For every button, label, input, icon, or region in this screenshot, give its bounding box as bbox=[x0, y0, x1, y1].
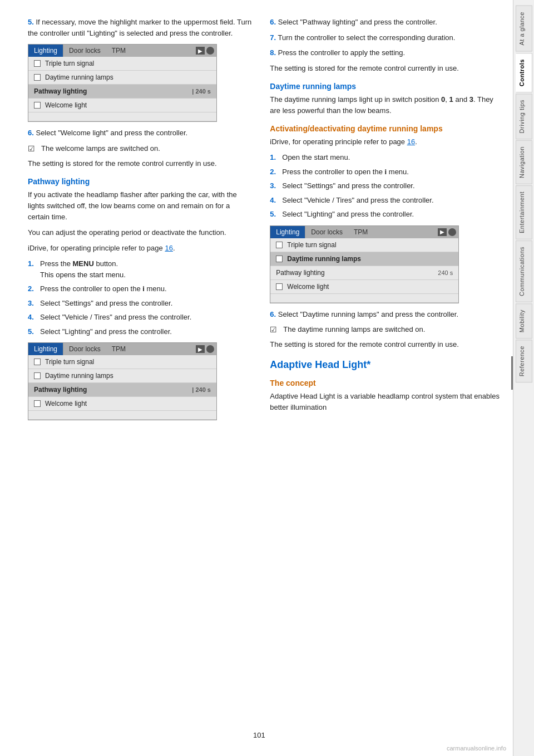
idrive-check-triple-3 bbox=[276, 242, 283, 248]
idrive-row-daytime-3: Daytime running lamps bbox=[270, 252, 458, 266]
step-8: 8. Press the controller to apply the set… bbox=[270, 47, 501, 58]
pathway-step-4: 4. Select "Vehicle / Tires" and press th… bbox=[28, 312, 253, 323]
daytime-step-1-num: 1. bbox=[270, 152, 279, 163]
sidebar-tab-controls[interactable]: Controls bbox=[516, 53, 532, 92]
idrive-menu-1: Lighting Door locks TPM ▶ Triple turn si… bbox=[28, 44, 217, 122]
pathway-step-1: 1. Press the MENU button.This opens the … bbox=[28, 258, 253, 280]
pathway-idrive-ref: iDrive, for operating principle refer to… bbox=[28, 243, 253, 254]
result-text-daytime: The daytime running lamps are switched o… bbox=[283, 324, 425, 335]
step-7-text: Turn the controller to select the corres… bbox=[278, 33, 456, 42]
idrive-dot-1 bbox=[206, 47, 214, 55]
idrive-controls-3: ▶ bbox=[438, 228, 458, 236]
sidebar-tabs: At a glance Controls Driving tips Naviga… bbox=[513, 0, 534, 756]
idrive-row-welcome-1: Welcome light bbox=[28, 99, 216, 112]
idrive-check-daytime-3 bbox=[276, 256, 283, 262]
idrive-label-triple-3: Triple turn signal bbox=[287, 241, 336, 249]
idrive-row-spacer-1 bbox=[28, 112, 216, 121]
right-column: 6. Select "Pathway lighting" and press t… bbox=[264, 17, 501, 739]
daytime-activating-heading: Activating/deactivating daytime running … bbox=[270, 124, 501, 133]
idrive-label-welcome-3: Welcome light bbox=[287, 283, 329, 291]
sidebar-tab-navigation[interactable]: Navigation bbox=[516, 140, 532, 184]
step-8-number: 8. bbox=[270, 48, 276, 57]
pathway-step-3: 3. Select "Settings" and press the contr… bbox=[28, 298, 253, 309]
daytime-step-3-num: 3. bbox=[270, 180, 279, 192]
sidebar-tab-at-a-glance[interactable]: At a glance bbox=[516, 6, 532, 52]
idrive-arrow-1: ▶ bbox=[196, 47, 205, 55]
idrive-value-pathway-2: | 240 s bbox=[192, 386, 211, 393]
pathway-steps: 1. Press the MENU button.This opens the … bbox=[28, 258, 253, 337]
pathway-step-5-text: Select "Lighting" and press the controll… bbox=[40, 326, 172, 337]
idrive-tab-tpm-2: TPM bbox=[106, 343, 131, 355]
step-8-text: Press the controller to apply the settin… bbox=[278, 48, 405, 57]
idrive-check-triple-2 bbox=[34, 359, 41, 365]
daytime-step-5-text: Select "Lighting" and press the controll… bbox=[282, 209, 414, 220]
daytime-step-4-num: 4. bbox=[270, 195, 279, 206]
idrive-controls-1: ▶ bbox=[196, 47, 216, 55]
daytime-step-2-text: Press the controller to open the i menu. bbox=[282, 166, 409, 178]
pathway-step-4-text: Select "Vehicle / Tires" and press the c… bbox=[40, 312, 191, 323]
idrive-row-spacer-3 bbox=[270, 294, 458, 303]
idrive-label-triple-1: Triple turn signal bbox=[45, 60, 94, 67]
checkmark-icon-daytime: ☑ bbox=[270, 324, 280, 336]
pathway-step-3-num: 3. bbox=[28, 298, 37, 309]
idrive-menu-1-body: Triple turn signal Daytime running lamps… bbox=[28, 57, 216, 121]
page-number: 101 bbox=[253, 731, 265, 739]
idrive-arrow-3: ▶ bbox=[438, 228, 447, 236]
idrive-label-triple-2: Triple turn signal bbox=[45, 358, 94, 366]
idrive-value-pathway-1: | 240 s bbox=[192, 88, 211, 95]
result-text-1: The welcome lamps are switched on. bbox=[41, 143, 160, 154]
idrive-label-welcome-1: Welcome light bbox=[45, 101, 87, 109]
idrive-check-daytime-2 bbox=[34, 372, 41, 379]
daytime-steps: 1. Open the start menu. 2. Press the con… bbox=[270, 152, 501, 220]
idrive-arrow-2: ▶ bbox=[196, 345, 205, 353]
idrive-check-welcome-2 bbox=[34, 400, 41, 407]
daytime-step-1-text: Open the start menu. bbox=[282, 152, 350, 163]
step-6-daytime-text: Select "Daytime running lamps" and press… bbox=[278, 310, 458, 318]
idrive-tab-lighting-1: Lighting bbox=[28, 45, 63, 57]
daytime-step-5: 5. Select "Lighting" and press the contr… bbox=[270, 209, 501, 220]
step-6-left: 6. Select "Welcome light" and press the … bbox=[28, 127, 253, 139]
sidebar-tab-communications[interactable]: Communications bbox=[516, 240, 532, 302]
idrive-row-welcome-2: Welcome light bbox=[28, 397, 216, 411]
sidebar-tab-reference[interactable]: Reference bbox=[516, 340, 532, 382]
step-6-right: 6. Select "Pathway lighting" and press t… bbox=[270, 17, 501, 28]
idrive-row-pathway-2: Pathway lighting | 240 s bbox=[28, 383, 216, 397]
pathway-step-5-num: 5. bbox=[28, 326, 37, 337]
step-5-number: 5. bbox=[28, 18, 34, 26]
daytime-step-4-text: Select "Vehicle / Tires" and press the c… bbox=[282, 195, 433, 206]
checkmark-icon-1: ☑ bbox=[28, 143, 38, 155]
step-7-number: 7. bbox=[270, 33, 276, 42]
sidebar-tab-driving-tips[interactable]: Driving tips bbox=[516, 94, 532, 139]
pathway-step-3-text: Select "Settings" and press the controll… bbox=[40, 298, 172, 309]
pathway-step-4-num: 4. bbox=[28, 312, 37, 323]
pathway-step-1-num: 1. bbox=[28, 258, 37, 280]
idrive-tab-doorlocks-2: Door locks bbox=[63, 343, 106, 355]
step-6-daytime-number: 6. bbox=[270, 310, 276, 318]
idrive-menu-3-header: Lighting Door locks TPM ▶ bbox=[270, 226, 458, 238]
pathway-page-link[interactable]: 16 bbox=[165, 244, 172, 252]
idrive-label-welcome-2: Welcome light bbox=[45, 400, 87, 408]
daytime-step-3: 3. Select "Settings" and press the contr… bbox=[270, 180, 501, 192]
concept-heading: The concept bbox=[270, 379, 501, 387]
idrive-label-daytime-3: Daytime running lamps bbox=[287, 255, 361, 263]
idrive-tab-lighting-2: Lighting bbox=[28, 343, 63, 355]
step-6-daytime: 6. Select "Daytime running lamps" and pr… bbox=[270, 309, 501, 320]
idrive-check-triple-1 bbox=[34, 60, 41, 67]
adaptive-heading: Adaptive Head Light* bbox=[270, 359, 501, 371]
pathway-heading: Pathway lighting bbox=[28, 177, 253, 186]
idrive-row-welcome-3: Welcome light bbox=[270, 280, 458, 294]
daytime-page-link[interactable]: 16 bbox=[407, 138, 415, 146]
daytime-step-2: 2. Press the controller to open the i me… bbox=[270, 166, 501, 178]
idrive-check-welcome-1 bbox=[34, 102, 41, 109]
pathway-step-2: 2. Press the controller to open the i me… bbox=[28, 283, 253, 294]
step-5: 5. If necessary, move the highlight mark… bbox=[28, 17, 253, 38]
idrive-label-daytime-1: Daytime running lamps bbox=[45, 73, 113, 81]
idrive-value-pathway-3: 240 s bbox=[438, 269, 453, 276]
idrive-row-pathway-1: Pathway lighting | 240 s bbox=[28, 85, 216, 99]
idrive-controls-2: ▶ bbox=[196, 345, 216, 353]
sidebar-tab-entertainment[interactable]: Entertainment bbox=[516, 185, 532, 239]
pathway-step-1-text: Press the MENU button.This opens the sta… bbox=[40, 258, 126, 280]
idrive-row-pathway-3: Pathway lighting 240 s bbox=[270, 266, 458, 280]
sidebar-tab-mobility[interactable]: Mobility bbox=[516, 303, 532, 338]
step-7: 7. Turn the controller to select the cor… bbox=[270, 32, 501, 43]
